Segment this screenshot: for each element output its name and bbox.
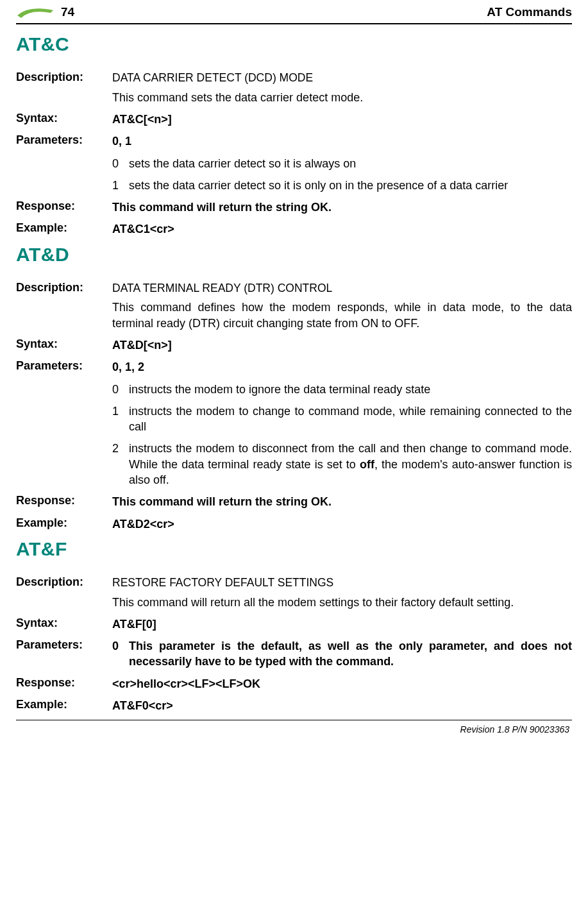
parameter-key: 1 (112, 178, 129, 193)
description-caps: DATA CARRIER DETECT (DCD) MODE (112, 71, 572, 86)
content-description: RESTORE FACTORY DEFAULT SETTINGS This co… (112, 575, 572, 610)
description-caps: DATA TERMINAL READY (DTR) CONTROL (112, 281, 572, 296)
row-response: Response: This command will return the s… (16, 494, 572, 509)
parameters-header: 0, 1, 2 (112, 359, 572, 375)
description-body: This command will return all the modem s… (112, 595, 572, 610)
row-description: Description: DATA CARRIER DETECT (DCD) M… (16, 71, 572, 105)
label-syntax: Syntax: (16, 616, 112, 632)
content-syntax: AT&F[0] (112, 616, 572, 632)
label-description: Description: (16, 575, 112, 610)
brand-swoosh-icon (16, 6, 55, 19)
parameter-text: sets the data carrier detect so it is on… (129, 178, 572, 193)
label-example: Example: (16, 221, 112, 237)
parameter-key: 0 (112, 638, 129, 670)
description-body: This command defines how the modem respo… (112, 300, 572, 331)
row-syntax: Syntax: AT&C[<n>] (16, 112, 572, 127)
content-response: This command will return the string OK. (112, 200, 572, 215)
content-example: AT&F0<cr> (112, 698, 572, 713)
row-example: Example: AT&F0<cr> (16, 698, 572, 713)
label-parameters: Parameters: (16, 359, 112, 488)
content-parameters: 0, 1, 2 0 instructs the modem to ignore … (112, 359, 572, 488)
header-rule (16, 23, 572, 24)
command-title: AT&D (16, 244, 572, 266)
label-example: Example: (16, 516, 112, 532)
content-parameters: 0 This parameter is the default, as well… (112, 638, 572, 670)
label-response: Response: (16, 494, 112, 509)
footer-rule (16, 720, 572, 720)
label-description: Description: (16, 281, 112, 331)
row-response: Response: <cr>hello<cr><LF><LF>OK (16, 676, 572, 692)
parameter-item: 0 This parameter is the default, as well… (112, 638, 572, 670)
content-response: <cr>hello<cr><LF><LF>OK (112, 676, 572, 692)
label-parameters: Parameters: (16, 133, 112, 193)
parameter-key: 0 (112, 156, 129, 171)
row-syntax: Syntax: AT&D[<n>] (16, 337, 572, 353)
footer-text: Revision 1.8 P/N 90023363 (16, 724, 572, 735)
page-header: 74 AT Commands (16, 0, 572, 22)
label-parameters: Parameters: (16, 638, 112, 670)
row-syntax: Syntax: AT&F[0] (16, 616, 572, 632)
label-example: Example: (16, 698, 112, 713)
parameters-header: 0, 1 (112, 133, 572, 149)
label-response: Response: (16, 676, 112, 692)
parameter-text: sets the data carrier detect so it is al… (129, 156, 572, 171)
content-syntax: AT&C[<n>] (112, 112, 572, 127)
page-number: 74 (61, 5, 74, 19)
content-example: AT&C1<cr> (112, 221, 572, 237)
param2-bold: off (360, 458, 374, 471)
row-parameters: Parameters: 0, 1 0 sets the data carrier… (16, 133, 572, 193)
label-response: Response: (16, 200, 112, 215)
parameter-key: 2 (112, 441, 129, 488)
parameter-item: 1 instructs the modem to change to comma… (112, 404, 572, 435)
parameter-item: 0 instructs the modem to ignore the data… (112, 382, 572, 397)
label-syntax: Syntax: (16, 337, 112, 353)
parameter-text: instructs the modem to disconnect from t… (129, 441, 572, 488)
row-parameters: Parameters: 0, 1, 2 0 instructs the mode… (16, 359, 572, 488)
header-title: AT Commands (487, 5, 572, 19)
row-response: Response: This command will return the s… (16, 200, 572, 215)
parameter-text: This parameter is the default, as well a… (129, 638, 572, 670)
row-example: Example: AT&D2<cr> (16, 516, 572, 532)
content-description: DATA CARRIER DETECT (DCD) MODE This comm… (112, 71, 572, 105)
description-caps: RESTORE FACTORY DEFAULT SETTINGS (112, 575, 572, 591)
content-example: AT&D2<cr> (112, 516, 572, 532)
command-title: AT&F (16, 538, 572, 560)
row-parameters: Parameters: 0 This parameter is the defa… (16, 638, 572, 670)
content-syntax: AT&D[<n>] (112, 337, 572, 353)
document-page: 74 AT Commands AT&C Description: DATA CA… (0, 0, 588, 744)
parameter-item: 1 sets the data carrier detect so it is … (112, 178, 572, 193)
content-description: DATA TERMINAL READY (DTR) CONTROL This c… (112, 281, 572, 331)
description-body: This command sets the data carrier detec… (112, 90, 572, 105)
parameter-text: instructs the modem to change to command… (129, 404, 572, 435)
row-description: Description: RESTORE FACTORY DEFAULT SET… (16, 575, 572, 610)
parameter-key: 0 (112, 382, 129, 397)
parameter-text: instructs the modem to ignore the data t… (129, 382, 572, 397)
parameter-key: 1 (112, 404, 129, 435)
row-description: Description: DATA TERMINAL READY (DTR) C… (16, 281, 572, 331)
section-atf: AT&F Description: RESTORE FACTORY DEFAUL… (16, 538, 572, 713)
parameter-item: 2 instructs the modem to disconnect from… (112, 441, 572, 488)
section-atc: AT&C Description: DATA CARRIER DETECT (D… (16, 33, 572, 237)
content-parameters: 0, 1 0 sets the data carrier detect so i… (112, 133, 572, 193)
command-title: AT&C (16, 33, 572, 55)
section-atd: AT&D Description: DATA TERMINAL READY (D… (16, 244, 572, 532)
label-description: Description: (16, 71, 112, 105)
content-response: This command will return the string OK. (112, 494, 572, 509)
label-syntax: Syntax: (16, 112, 112, 127)
parameter-item: 0 sets the data carrier detect so it is … (112, 156, 572, 171)
row-example: Example: AT&C1<cr> (16, 221, 572, 237)
